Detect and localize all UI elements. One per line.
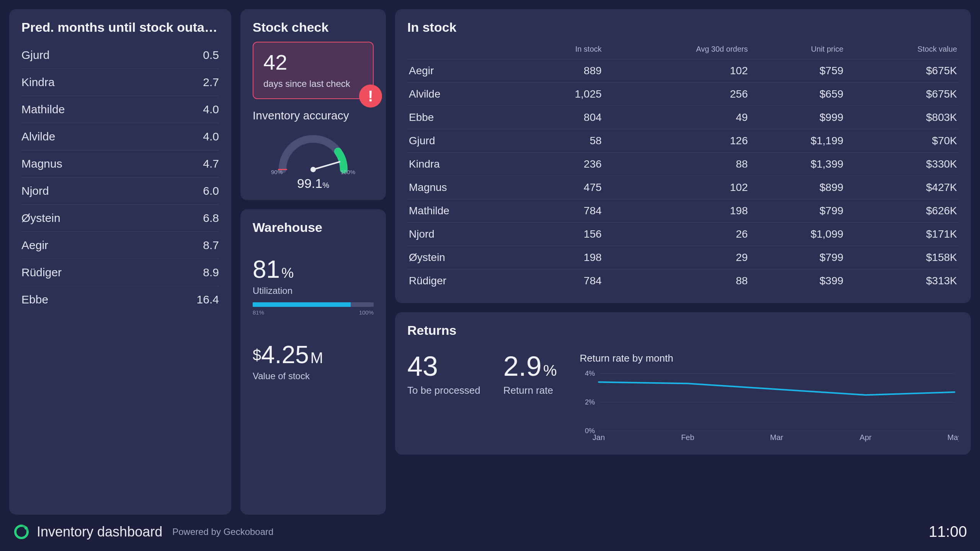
outage-row-name: Magnus [21,157,62,170]
table-cell: Gjurd [407,129,523,153]
table-cell: $899 [749,176,845,199]
card-title-returns: Returns [407,323,959,338]
outage-row: Alvilde4.0 [21,123,219,150]
returns-chart: Return rate by month 0%2%4%JanFebMarAprM… [580,352,959,444]
table-cell: $427K [845,176,959,199]
table-cell: Aegir [407,59,523,83]
table-row: Gjurd58126$1,199$70K [407,129,959,153]
table-cell: 475 [523,176,603,199]
warehouse-stock-value: $4.25M [253,342,374,367]
returns-body: 43 To be processed 2.9% Return rate Retu… [407,352,959,444]
svg-text:Apr: Apr [860,433,872,442]
returns-chart-title: Return rate by month [580,352,959,364]
outage-row-value: 6.0 [203,184,219,197]
table-cell: $659 [749,83,845,106]
alert-icon [359,85,382,108]
returns-to-process-value: 43 [407,352,480,380]
svg-text:Feb: Feb [681,433,694,442]
outage-row-name: Mathilde [21,103,65,116]
table-cell: $799 [749,246,845,269]
gauge-min-label: 90% [271,169,283,175]
table-cell: 1,025 [523,83,603,106]
dashboard: Pred. months until stock outag... Gjurd0… [0,0,980,551]
table-cell: Rüdiger [407,269,523,293]
table-cell: $399 [749,269,845,293]
outage-row-name: Øystein [21,212,60,225]
table-header-row: In stockAvg 30d ordersUnit priceStock va… [407,42,959,59]
inventory-accuracy-gauge: 90% 100% 99.1% [253,127,374,191]
footer-clock: 11:00 [929,523,967,540]
dashboard-grid: Pred. months until stock outag... Gjurd0… [9,9,971,515]
outage-row: Mathilde4.0 [21,96,219,123]
table-header-cell: Avg 30d orders [603,42,750,59]
outage-row-value: 8.9 [203,266,219,279]
table-cell: Mathilde [407,199,523,223]
table-cell: 156 [523,223,603,246]
outage-row-name: Gjurd [21,49,49,62]
returns-line-chart: 0%2%4%JanFebMarAprMay [580,370,959,442]
warehouse-stock-value-label: Value of stock [253,371,374,381]
outage-row-value: 4.7 [203,157,219,170]
table-cell: 236 [523,153,603,176]
outage-list: Gjurd0.5Kindra2.7Mathilde4.0Alvilde4.0Ma… [21,42,219,313]
svg-line-1 [313,162,340,170]
table-cell: 102 [603,59,750,83]
utilization-progress-labels: 81% 100% [253,309,374,316]
outage-row-value: 0.5 [203,49,219,62]
outage-row-value: 6.8 [203,212,219,225]
gauge-max-label: 100% [341,169,355,175]
svg-point-15 [24,527,28,530]
table-cell: 784 [523,269,603,293]
returns-to-process: 43 To be processed [407,352,480,396]
returns-rate: 2.9% Return rate [503,352,557,396]
table-cell: 26 [603,223,750,246]
in-stock-table: In stockAvg 30d ordersUnit priceStock va… [407,42,959,292]
outage-row: Øystein6.8 [21,205,219,232]
table-cell: 58 [523,129,603,153]
utilization-progress-fill [253,302,351,307]
table-cell: $675K [845,83,959,106]
outage-row-name: Alvilde [21,130,55,143]
inventory-accuracy-value: 99.1% [253,176,374,191]
table-cell: Njord [407,223,523,246]
table-cell: $626K [845,199,959,223]
table-cell: $799 [749,199,845,223]
warehouse-value-block: $4.25M Value of stock [253,342,374,381]
stock-check-sub: days since last check [263,78,363,89]
outage-row: Ebbe16.4 [21,286,219,313]
table-cell: $330K [845,153,959,176]
dashboard-title: Inventory dashboard [37,524,162,540]
utilization-progress-right: 100% [359,309,374,316]
table-row: Øystein19829$799$158K [407,246,959,269]
inventory-accuracy-title: Inventory accuracy [253,109,374,122]
table-cell: 29 [603,246,750,269]
table-header-cell [407,42,523,59]
outage-row: Aegir8.7 [21,232,219,259]
outage-row: Gjurd0.5 [21,42,219,69]
returns-to-process-label: To be processed [407,385,480,396]
svg-text:2%: 2% [585,398,595,406]
outage-row-name: Ebbe [21,293,48,306]
outage-row: Rüdiger8.9 [21,259,219,286]
table-cell: 804 [523,106,603,129]
utilization-progress-left: 81% [253,309,264,316]
card-warehouse: Warehouse 81% Utilization 81% 100% $4.25… [240,209,386,515]
footer-powered-by: Powered by Geckoboard [172,527,273,537]
card-title-warehouse: Warehouse [253,220,374,235]
card-title-stock-check: Stock check [253,20,374,35]
svg-point-2 [310,167,316,172]
table-cell: $171K [845,223,959,246]
outage-row-value: 2.7 [203,76,219,89]
warehouse-utilization-label: Utilization [253,285,374,296]
stock-check-alert-box: 42 days since last check [253,42,374,99]
warehouse-utilization-value: 81% [253,257,374,282]
outage-row-name: Kindra [21,76,55,89]
table-cell: Ebbe [407,106,523,129]
table-cell: 126 [603,129,750,153]
table-cell: $1,099 [749,223,845,246]
card-stock-check: Stock check 42 days since last check Inv… [240,9,386,200]
outage-row-name: Njord [21,184,49,197]
table-cell: 889 [523,59,603,83]
table-row: Aegir889102$759$675K [407,59,959,83]
svg-text:4%: 4% [585,370,595,377]
